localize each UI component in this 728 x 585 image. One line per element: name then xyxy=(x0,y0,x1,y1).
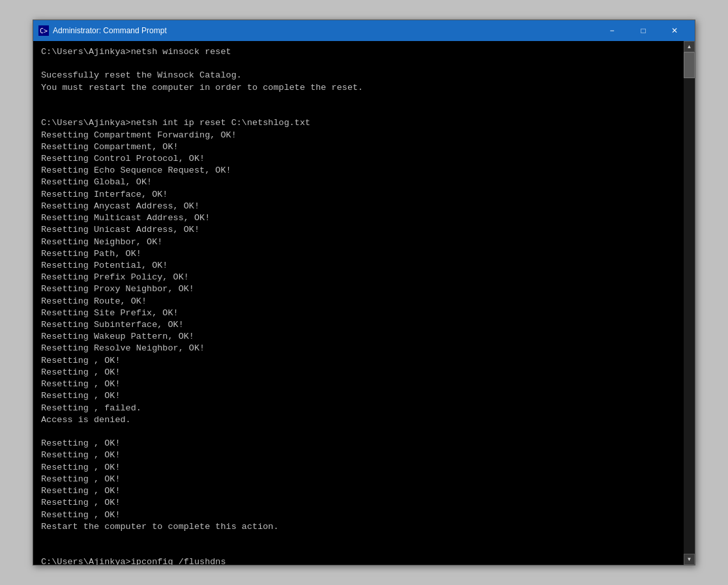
terminal-line: Resetting Control Protocol, OK! xyxy=(41,153,676,165)
terminal-empty-line xyxy=(41,106,676,117)
terminal-content[interactable]: C:\Users\Ajinkya>netsh winsock reset Suc… xyxy=(33,41,684,565)
cmd-icon: C> xyxy=(38,25,49,36)
terminal-line: Resetting Compartment Forwarding, OK! xyxy=(41,130,676,141)
terminal-line: Resetting , OK! xyxy=(41,474,676,485)
terminal-line: You must restart the computer in order t… xyxy=(41,82,676,94)
title-bar: C> Administrator: Command Prompt − □ ✕ xyxy=(33,20,695,41)
terminal-line: Resetting Multicast Address, OK! xyxy=(41,212,676,224)
terminal-line: C:\Users\Ajinkya>netsh int ip reset C:\n… xyxy=(41,117,676,129)
terminal-line: Resetting Resolve Neighbor, OK! xyxy=(41,343,676,354)
scroll-up-button[interactable]: ▲ xyxy=(684,41,695,52)
terminal-empty-line xyxy=(41,545,676,556)
terminal-line: Resetting , OK! xyxy=(41,485,676,497)
terminal-line: Resetting Route, OK! xyxy=(41,296,676,307)
terminal-line: Resetting Prefix Policy, OK! xyxy=(41,272,676,283)
terminal-line: Access is denied. xyxy=(41,414,676,426)
terminal-line: Resetting Neighbor, OK! xyxy=(41,236,676,248)
terminal-line: Resetting Global, OK! xyxy=(41,177,676,188)
terminal-empty-line xyxy=(41,94,676,106)
terminal-line: Resetting , OK! xyxy=(41,367,676,378)
cmd-window: C> Administrator: Command Prompt − □ ✕ C… xyxy=(33,20,695,565)
terminal-line: Resetting Anycast Address, OK! xyxy=(41,201,676,212)
terminal-empty-line xyxy=(41,58,676,70)
terminal-line: Resetting Interface, OK! xyxy=(41,189,676,201)
terminal-line: Restart the computer to complete this ac… xyxy=(41,521,676,533)
close-button[interactable]: ✕ xyxy=(660,20,690,41)
terminal-line: Resetting Proxy Neighbor, OK! xyxy=(41,283,676,295)
minimize-button[interactable]: − xyxy=(597,20,627,41)
terminal-line: Resetting , OK! xyxy=(41,355,676,367)
terminal-line: Resetting Path, OK! xyxy=(41,248,676,260)
terminal-line: C:\Users\Ajinkya>ipconfig /flushdns xyxy=(41,556,676,565)
terminal-empty-line xyxy=(41,426,676,438)
terminal-line: Resetting Unicast Address, OK! xyxy=(41,224,676,236)
terminal-empty-line xyxy=(41,533,676,545)
terminal-body: C:\Users\Ajinkya>netsh winsock reset Suc… xyxy=(33,41,695,565)
scrollbar-thumb[interactable] xyxy=(684,52,695,78)
maximize-button[interactable]: □ xyxy=(628,20,658,41)
terminal-line: Sucessfully reset the Winsock Catalog. xyxy=(41,70,676,81)
terminal-line: Resetting , OK! xyxy=(41,462,676,474)
terminal-line: Resetting Wakeup Pattern, OK! xyxy=(41,331,676,343)
window-controls: − □ ✕ xyxy=(597,20,690,41)
terminal-line: Resetting Potential, OK! xyxy=(41,260,676,272)
terminal-line: Resetting , OK! xyxy=(41,449,676,461)
terminal-line: Resetting , OK! xyxy=(41,438,676,449)
terminal-line: Resetting Subinterface, OK! xyxy=(41,319,676,331)
terminal-line: Resetting , OK! xyxy=(41,509,676,521)
terminal-line: Resetting Site Prefix, OK! xyxy=(41,307,676,319)
window-title: Administrator: Command Prompt xyxy=(53,26,597,35)
terminal-line: Resetting , OK! xyxy=(41,378,676,390)
terminal-line: Resetting Compartment, OK! xyxy=(41,141,676,153)
scrollbar-track-area[interactable] xyxy=(684,52,695,554)
terminal-line: Resetting , OK! xyxy=(41,390,676,402)
svg-text:C>: C> xyxy=(40,27,48,35)
terminal-line: Resetting Echo Sequence Request, OK! xyxy=(41,165,676,177)
terminal-line: C:\Users\Ajinkya>netsh winsock reset xyxy=(41,46,676,58)
scrollbar[interactable]: ▲ ▼ xyxy=(684,41,695,565)
scroll-down-button[interactable]: ▼ xyxy=(684,554,695,565)
terminal-line: Resetting , OK! xyxy=(41,497,676,509)
terminal-line: Resetting , failed. xyxy=(41,403,676,414)
